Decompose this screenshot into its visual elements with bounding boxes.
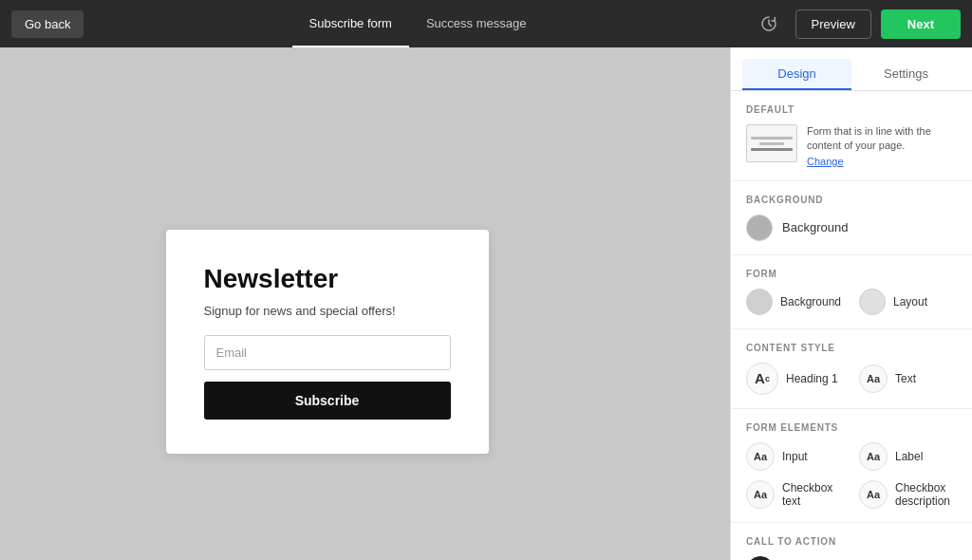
content-style-label: CONTENT STYLE xyxy=(746,343,957,353)
right-panel: Design Settings DEFAULT Form that is in … xyxy=(730,47,972,560)
background-color-swatch[interactable] xyxy=(746,215,773,241)
background-section-label: BACKGROUND xyxy=(746,195,957,205)
text-badge[interactable]: Aa xyxy=(859,364,888,393)
form-background-swatch[interactable] xyxy=(746,289,773,315)
form-thumbnail xyxy=(746,124,797,162)
label-label: Label xyxy=(895,450,923,463)
default-form-row: Form that is in line with the content of… xyxy=(746,124,957,167)
newsletter-title: Newsletter xyxy=(204,264,451,294)
go-back-button[interactable]: Go back xyxy=(11,10,84,38)
cta-section-label: CALL TO ACTION xyxy=(746,536,957,547)
form-layout-item: Layout xyxy=(859,289,957,315)
background-swatch-row: Background xyxy=(746,215,957,241)
topbar: Go back Subscribe form Success message P… xyxy=(0,0,972,47)
cta-section: CALL TO ACTION Aa Button xyxy=(731,523,972,560)
checkbox-desc-item: Aa Checkbox description xyxy=(859,480,957,509)
subscribe-button[interactable]: Subscribe xyxy=(204,382,451,420)
checkbox-text-item: Aa Checkbox text xyxy=(746,480,844,509)
text-item: Aa Text xyxy=(859,364,957,393)
thumb-line-1 xyxy=(751,137,793,140)
input-item: Aa Input xyxy=(746,442,844,471)
checkbox-desc-label: Checkbox description xyxy=(895,481,957,508)
form-section: FORM Background Layout xyxy=(731,255,972,329)
checkbox-text-badge[interactable]: Aa xyxy=(746,480,775,509)
background-swatch-label: Background xyxy=(782,220,848,234)
background-section: BACKGROUND Background xyxy=(731,181,972,255)
default-form-info: Form that is in line with the content of… xyxy=(807,124,957,167)
form-options-row: Background Layout xyxy=(746,289,957,315)
change-link[interactable]: Change xyxy=(807,156,957,167)
form-section-label: FORM xyxy=(746,269,957,279)
tab-settings[interactable]: Settings xyxy=(851,59,961,90)
canvas: Newsletter Signup for news and special o… xyxy=(0,47,730,560)
tab-subscribe-form[interactable]: Subscribe form xyxy=(292,0,409,47)
thumb-line-3 xyxy=(751,148,793,151)
form-elements-section: FORM ELEMENTS Aa Input Aa Label Aa Check… xyxy=(731,409,972,523)
form-layout-label: Layout xyxy=(893,295,927,308)
preview-button[interactable]: Preview xyxy=(795,9,871,39)
form-elements-label: FORM ELEMENTS xyxy=(746,422,957,433)
default-form-description: Form that is in line with the content of… xyxy=(807,124,957,154)
topbar-right: Preview Next xyxy=(752,9,961,39)
history-button[interactable] xyxy=(752,9,786,39)
input-label: Input xyxy=(782,450,808,463)
input-badge[interactable]: Aa xyxy=(746,442,775,471)
form-background-label: Background xyxy=(780,295,841,308)
tab-design[interactable]: Design xyxy=(742,59,851,90)
heading-badge[interactable]: Ac xyxy=(746,363,778,395)
button-badge[interactable]: Aa xyxy=(746,556,775,560)
content-style-row: Ac Heading 1 Aa Text xyxy=(746,363,957,395)
default-section: DEFAULT Form that is in line with the co… xyxy=(731,91,972,181)
default-section-label: DEFAULT xyxy=(746,104,957,115)
form-elements-row-1: Aa Input Aa Label xyxy=(746,442,957,471)
button-item: Aa Button xyxy=(746,556,957,560)
thumb-line-2 xyxy=(759,142,784,145)
panel-tabs: Design Settings xyxy=(731,47,972,91)
label-item: Aa Label xyxy=(859,442,957,471)
next-button[interactable]: Next xyxy=(881,9,961,39)
newsletter-subtitle: Signup for news and special offers! xyxy=(204,304,451,318)
checkbox-desc-badge[interactable]: Aa xyxy=(859,480,888,509)
main-content: Newsletter Signup for news and special o… xyxy=(0,47,972,560)
newsletter-card: Newsletter Signup for news and special o… xyxy=(166,230,489,454)
topbar-left: Go back xyxy=(11,10,84,38)
tab-success-message[interactable]: Success message xyxy=(409,0,544,47)
checkbox-text-label: Checkbox text xyxy=(782,481,844,508)
form-elements-row-2: Aa Checkbox text Aa Checkbox description xyxy=(746,480,957,509)
heading-label: Heading 1 xyxy=(786,372,838,385)
content-style-section: CONTENT STYLE Ac Heading 1 Aa Text xyxy=(731,329,972,409)
form-layout-swatch[interactable] xyxy=(859,289,886,315)
email-input[interactable] xyxy=(204,335,451,370)
form-background-item: Background xyxy=(746,289,844,315)
text-label: Text xyxy=(895,372,916,385)
topbar-center: Subscribe form Success message xyxy=(91,0,743,47)
heading-item: Ac Heading 1 xyxy=(746,363,844,395)
label-badge[interactable]: Aa xyxy=(859,442,888,471)
